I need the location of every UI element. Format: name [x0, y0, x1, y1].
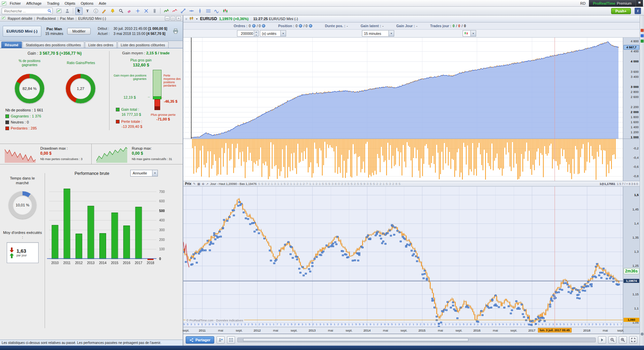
wave-tool-icon[interactable] — [213, 7, 220, 15]
alerts-strip-icon[interactable] — [641, 29, 644, 32]
time-axis-label: mai — [603, 329, 608, 332]
performance-period-select[interactable]: Annuelle▼ — [130, 170, 158, 177]
quantity-value[interactable]: 200000 — [237, 32, 254, 36]
candles-tool-icon[interactable] — [221, 7, 229, 15]
subtab-liste-des-ordres[interactable]: Liste des ordres — [85, 42, 117, 48]
position-badge-icon[interactable] — [299, 24, 302, 28]
axis-tick: 1 400 — [631, 126, 639, 129]
quantity-unit-select[interactable]: (x) unités▼ — [260, 30, 286, 37]
collapse-button[interactable]: ▀ — [636, 0, 643, 7]
time-scrollbar[interactable] — [237, 338, 596, 342]
scroll-right-icon[interactable] — [598, 336, 606, 344]
runup-cell: Runup max: 0,00 $ Nb max gains consécuti… — [91, 144, 183, 164]
quantity-stepper[interactable]: 200000 ▲▼ — [237, 30, 259, 37]
orders-strip-icon[interactable] — [641, 40, 644, 43]
symbol-name[interactable]: EURUSD — [200, 16, 217, 21]
biggest-gain-value: 132,60 $ — [119, 63, 163, 67]
search-icon[interactable] — [47, 9, 52, 13]
menu-trading[interactable]: Trading — [44, 1, 62, 6]
drag-handle-icon[interactable]: ≡ — [185, 17, 187, 21]
watchlist-strip-icon[interactable] — [641, 34, 644, 37]
subtab-r-sum[interactable]: Résumé — [1, 42, 22, 48]
timeframe-select[interactable]: 15 minutes▼ — [362, 30, 394, 37]
chart-type-select[interactable]: ▼ — [463, 30, 476, 37]
crosshair-tool-icon[interactable] — [134, 7, 141, 15]
vline-tool-icon[interactable] — [196, 7, 203, 15]
avg-loss-bar-segment — [155, 100, 160, 107]
drawdown-plot[interactable] — [183, 139, 623, 181]
search-box[interactable] — [2, 8, 53, 14]
trade-marker-digits: 5 5 3 2 1 3 1 1 5 2 1 1 2 1 2 7 1 1 2 1 … — [258, 182, 598, 186]
add-icon[interactable]: ⊕ — [202, 182, 204, 186]
drawdown-label: Drawdown max : — [40, 146, 68, 150]
alert-bell-icon[interactable] — [109, 7, 116, 15]
subtab-liste-des-positions-cl-tur-es[interactable]: Liste des positions clôturées — [118, 42, 169, 48]
facebook-icon[interactable]: f — [635, 8, 641, 14]
orders-stat: Ordres : 0 / 0 — [234, 24, 265, 28]
new-chart-icon[interactable] — [55, 7, 62, 15]
indicator-tool-icon[interactable] — [163, 7, 170, 15]
chart-grid-icon[interactable]: ▦ — [197, 182, 200, 186]
print-icon[interactable] — [171, 27, 180, 36]
zoom-out-icon[interactable] — [608, 336, 616, 344]
cursor-tool-icon[interactable] — [75, 7, 83, 15]
chart-header: ≡ ▼ EURUSD 1,19970 (+0,36%) 11:27:25 EUR… — [183, 15, 640, 22]
info-tool-icon[interactable]: i — [92, 7, 99, 15]
search-strip-icon[interactable] — [641, 333, 644, 336]
symbol-caret-icon[interactable]: ▼ — [196, 18, 198, 20]
equity-axis[interactable]: 4 567,7 4 8004 4004 0003 6003 4003 0002 … — [623, 38, 640, 139]
push-notifications-button[interactable]: Push+ — [611, 8, 631, 14]
grid-layout-icon[interactable] — [227, 336, 235, 344]
axis-tick: 1 000 — [631, 136, 639, 139]
modify-button[interactable]: Modifier — [67, 28, 90, 35]
share-button[interactable]: Partager — [186, 336, 214, 344]
report-icon — [2, 16, 5, 20]
window-tab-probacktest[interactable]: ProBacktest — [35, 16, 57, 20]
trendline-tool-icon[interactable] — [179, 7, 187, 15]
menu-fichier[interactable]: Fichier — [7, 1, 24, 6]
menu-affichage[interactable]: Affichage — [24, 1, 44, 6]
subtab-statistiques-des-positions-cl-tur-es[interactable]: Statistiques des positions clôturées — [22, 42, 84, 48]
time-axis-row: lun. 3 juil. 2017 05:45 sept.2011maisept… — [183, 327, 640, 334]
trend-icon[interactable]: ↗ — [206, 182, 209, 186]
orders-badge-icon[interactable] — [252, 24, 256, 28]
fit-screen-icon[interactable] — [629, 336, 637, 344]
zoom-tool-icon[interactable] — [117, 7, 125, 15]
text-tool-icon[interactable]: T — [84, 7, 91, 15]
pencil-icon[interactable]: ✎ — [193, 182, 196, 186]
price-axis[interactable]: 2m36s 1,19674 1,060 1,51,451,41,351,31,2… — [623, 187, 640, 327]
fibonacci-tool-icon[interactable] — [204, 7, 212, 15]
price-plot[interactable]: © ProRealTime.com - Données indicatives … — [183, 187, 623, 327]
menu-aide[interactable]: Aide — [96, 1, 109, 6]
minimize-icon[interactable]: — — [165, 16, 170, 20]
orders-badge-icon[interactable] — [262, 24, 265, 28]
time-axis-labels[interactable]: lun. 3 juil. 2017 05:45 sept.2011maisept… — [183, 327, 623, 334]
window-tab-pac-man[interactable]: Pac Man — [59, 16, 75, 20]
hline-tool-icon[interactable] — [188, 7, 195, 15]
position-badge-icon[interactable] — [309, 24, 312, 28]
snap-tool-icon[interactable] — [142, 7, 150, 15]
eraser-tool-icon[interactable] — [126, 7, 133, 15]
search-input[interactable] — [4, 9, 47, 13]
stepper-arrows[interactable]: ▲▼ — [254, 31, 258, 36]
drawdown-axis[interactable]: -0,2-0,4-0,6-0,8 — [623, 139, 640, 181]
brand-suffix: Premium — [617, 1, 632, 5]
annual-performance-chart — [44, 179, 171, 273]
close-icon[interactable]: × — [176, 16, 181, 20]
pencil-tool-icon[interactable] — [100, 7, 108, 15]
maximize-icon[interactable]: □ — [171, 16, 175, 20]
runup-value: 0,00 $ — [132, 151, 143, 156]
total-loss-swatch — [116, 120, 120, 123]
menu-objets[interactable]: Objets — [62, 1, 78, 6]
scrollbar-thumb[interactable] — [243, 338, 468, 342]
window-tab-rapport-d-taill[interactable]: Rapport détaillé — [6, 16, 34, 20]
user-icon[interactable] — [63, 7, 71, 15]
zoom-in-icon[interactable] — [619, 336, 627, 344]
equity-plot[interactable] — [183, 38, 623, 139]
stats-tool-icon[interactable] — [171, 7, 178, 15]
add-user-chart-icon[interactable] — [217, 336, 225, 344]
window-tab-eur-usd-mini[interactable]: EUR/USD Mini (-) — [77, 16, 107, 20]
report-window: Rapport détaillé|ProBacktest|Pac Man|EUR… — [0, 15, 183, 346]
trash-icon[interactable] — [151, 7, 158, 15]
menu-options[interactable]: Options — [78, 1, 96, 6]
